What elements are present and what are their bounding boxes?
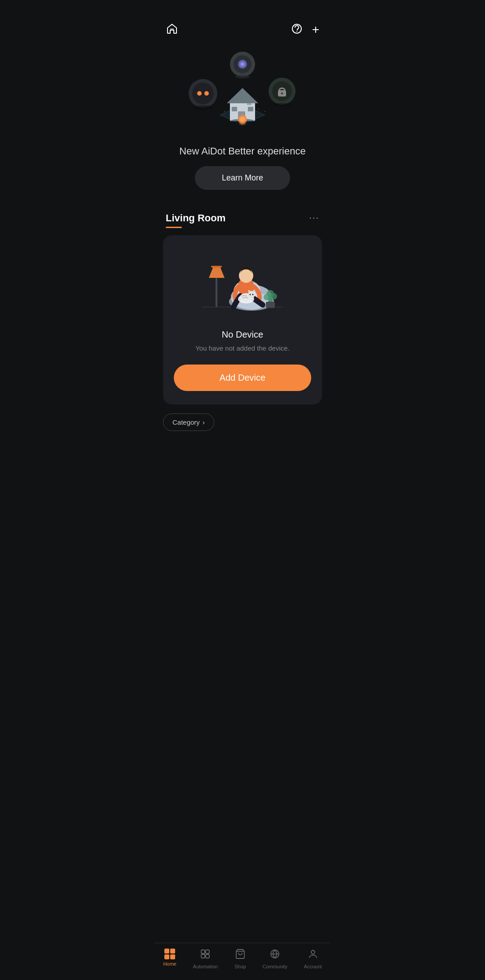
svg-point-61 [268,296,273,302]
svg-rect-21 [248,107,253,111]
hero-illustration [180,48,305,138]
section-title-underline [166,227,182,228]
svg-rect-0 [170,28,174,30]
nav-item-automation[interactable]: Automation [193,949,218,969]
shop-tab-icon [235,949,246,962]
nav-item-shop[interactable]: Shop [234,949,246,969]
svg-rect-45 [211,266,222,268]
nav-item-home[interactable]: Home [163,949,176,969]
category-label: Category [172,418,200,426]
svg-point-35 [198,92,200,94]
add-device-button[interactable]: Add Device [174,365,311,391]
svg-point-9 [265,111,266,112]
home-tab-label: Home [163,961,176,967]
svg-rect-62 [201,950,205,954]
add-icon[interactable]: + [312,23,319,36]
svg-point-32 [192,83,214,104]
automation-tab-icon [200,949,211,962]
learn-more-button[interactable]: Learn More [195,166,290,190]
svg-point-50 [239,268,253,283]
category-button[interactable]: Category › [163,413,214,431]
community-tab-icon [269,949,280,962]
community-tab-label: Community [262,964,287,969]
svg-point-23 [240,117,245,122]
category-section: Category › [155,404,330,440]
svg-point-41 [281,92,283,95]
section-header: Living Room ··· [155,203,330,235]
svg-rect-57 [266,302,275,308]
svg-point-24 [239,123,246,125]
support-icon[interactable] [291,22,303,37]
section-title-wrapper: Living Room [166,212,225,228]
home-nav-icon[interactable] [166,22,178,37]
automation-tab-label: Automation [193,964,218,969]
svg-point-2 [296,31,297,32]
no-device-title: No Device [222,330,263,340]
svg-rect-44 [216,278,217,307]
more-options-button[interactable]: ··· [309,212,319,223]
home-tab-icon [164,949,175,959]
svg-point-67 [311,950,315,954]
svg-rect-65 [206,954,209,958]
device-card: No Device You have not added the device.… [163,235,322,404]
account-tab-label: Account [304,964,322,969]
svg-point-30 [235,75,250,79]
bottom-nav: Home Automation Shop [155,943,330,980]
category-chevron: › [203,418,205,426]
no-device-subtitle: You have not added the device. [195,344,290,352]
svg-point-54 [250,294,251,295]
svg-point-42 [273,103,291,106]
svg-point-29 [241,63,244,66]
account-tab-icon [308,949,318,962]
nav-item-account[interactable]: Account [304,949,322,969]
top-nav: + [155,0,330,44]
svg-rect-64 [201,954,205,958]
top-nav-actions: + [291,22,319,37]
nav-item-community[interactable]: Community [262,949,287,969]
section-title: Living Room [166,212,225,224]
svg-point-3 [224,111,225,112]
svg-point-8 [258,109,259,110]
svg-point-37 [193,105,213,110]
svg-rect-63 [206,950,209,954]
svg-point-55 [252,294,254,295]
no-device-illustration [193,249,292,321]
hero-title: New AiDot Better experience [179,145,305,157]
svg-point-36 [206,92,207,94]
hero-banner: New AiDot Better experience Learn More [155,44,330,203]
svg-rect-20 [232,107,237,111]
shop-tab-label: Shop [234,964,246,969]
